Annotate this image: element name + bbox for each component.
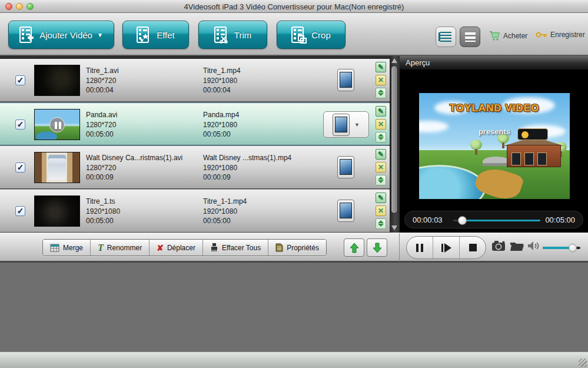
video-row-titre1-avi[interactable]: ✓ Titre_1.avi 1280*720 00:00:04 Titre_1.… — [0, 59, 390, 102]
output-resolution: 1920*1080 — [203, 163, 318, 173]
volume-slider[interactable] — [543, 247, 580, 249]
volume-fill — [543, 247, 572, 249]
video-row-titre1-ts[interactable]: ✓ Titre_1.ts 1920*1080 00:05:00 Titre_1-… — [0, 190, 390, 233]
move-down-button[interactable] — [367, 238, 387, 257]
crop-button[interactable]: Crop — [277, 21, 346, 49]
video-title-text: TOYLAND VIDEO — [419, 102, 570, 114]
row-checkbox[interactable]: ✓ — [15, 206, 25, 216]
output-name: Walt Disney ...stmas(1).mp4 — [203, 153, 318, 163]
film-scissors-icon — [214, 26, 230, 44]
video-thumbnail — [34, 152, 80, 183]
rename-button[interactable]: T Renommer — [90, 240, 149, 256]
row-checkbox[interactable]: ✓ — [15, 120, 25, 130]
delete-row-icon[interactable]: ✕ — [376, 119, 386, 130]
trim-label: Trim — [234, 30, 251, 40]
remove-label: Déplacer — [167, 244, 195, 252]
scrollbar-thumb[interactable] — [391, 65, 398, 214]
output-name: Titre_1-1.mp4 — [203, 197, 318, 207]
output-settings-panel: Piste audio: mp3 2 channels (0x1 ▼ Sous-… — [0, 262, 588, 352]
ipad-profile-dropdown[interactable]: ▼ — [323, 111, 369, 138]
snapshot-button[interactable] — [492, 240, 506, 254]
mute-button[interactable] — [527, 240, 540, 254]
properties-button[interactable]: Propriétés — [268, 240, 326, 256]
properties-label: Propriétés — [287, 244, 319, 252]
edit-row-icon[interactable]: ✎ — [376, 149, 386, 160]
edit-row-icon[interactable]: ✎ — [376, 193, 386, 203]
ipad-profile-icon[interactable] — [337, 69, 354, 91]
edit-row-icon[interactable]: ✎ — [376, 62, 386, 72]
reorder-row-icon[interactable] — [376, 175, 386, 185]
ipad-profile-icon[interactable] — [337, 156, 354, 178]
move-up-button[interactable] — [344, 238, 364, 257]
preview-header: Aperçu — [400, 56, 588, 70]
reorder-row-icon[interactable] — [376, 218, 386, 229]
trim-button[interactable]: Trim — [198, 21, 267, 49]
delete-row-icon[interactable]: ✕ — [376, 205, 386, 216]
output-resolution: 1920*1080 — [203, 76, 318, 86]
source-info: Titre_1.ts 1920*1080 00:05:00 — [86, 197, 201, 226]
edit-row-icon[interactable]: ✎ — [376, 106, 386, 117]
seek-knob[interactable] — [458, 216, 467, 225]
merge-button[interactable]: Merge — [43, 240, 90, 256]
source-info: Titre_1.avi 1280*720 00:00:04 — [86, 66, 201, 95]
merge-label: Merge — [63, 244, 83, 252]
remove-icon: ✘ — [157, 243, 164, 253]
actions-bar: Merge T Renommer ✘ Déplacer Effacer Tous — [0, 233, 588, 262]
list-view-toggle[interactable] — [460, 26, 480, 47]
ipad-profile-icon[interactable] — [337, 200, 354, 222]
actions-divider — [399, 233, 400, 261]
film-crop-icon — [291, 26, 307, 44]
row-checkbox[interactable]: ✓ — [15, 75, 25, 85]
row-checkbox[interactable]: ✓ — [15, 163, 25, 173]
main-toolbar: Ajouter Vidéo ▼ Effet Trim — [0, 13, 588, 56]
step-forward-button[interactable] — [433, 237, 459, 258]
source-name: Panda.avi — [86, 110, 201, 120]
register-button[interactable]: Enregistrer — [536, 31, 585, 39]
source-resolution: 1280*720 — [86, 76, 201, 86]
status-bar — [0, 352, 588, 368]
delete-row-icon[interactable]: ✕ — [376, 162, 386, 173]
pause-button[interactable] — [407, 237, 433, 258]
source-duration: 00:05:00 — [86, 130, 201, 140]
effect-label: Effet — [157, 30, 175, 40]
add-video-button[interactable]: Ajouter Vidéo ▼ — [8, 21, 114, 49]
scroll-up-arrow[interactable] — [391, 58, 397, 63]
reorder-row-icon[interactable] — [376, 132, 386, 142]
detail-view-toggle[interactable] — [436, 26, 456, 47]
add-video-dropdown-arrow: ▼ — [97, 32, 103, 38]
scroll-down-arrow[interactable] — [391, 226, 397, 230]
remove-button[interactable]: ✘ Déplacer — [149, 240, 202, 256]
open-output-folder-button[interactable] — [510, 240, 524, 254]
video-preview[interactable]: TOYLAND VIDEO presents — [419, 93, 570, 199]
list-scrollbar[interactable] — [390, 56, 400, 233]
resize-grip[interactable] — [579, 359, 587, 367]
output-resolution: 1920*1080 — [203, 120, 318, 130]
app-window: 4Videosoft iPad 3 Vidéo Convertisseur po… — [0, 0, 588, 368]
source-resolution: 1280*720 — [86, 120, 201, 130]
source-resolution: 1920*1080 — [86, 207, 201, 217]
pause-overlay-icon — [49, 117, 65, 132]
row-actions: ✎ ✕ — [376, 193, 387, 231]
output-info: Titre_1.mp4 1920*1080 00:00:04 — [203, 66, 318, 95]
video-thumbnail — [34, 109, 80, 140]
output-duration: 00:05:00 — [203, 216, 318, 226]
reorder-row-icon[interactable] — [376, 88, 386, 98]
stop-button[interactable] — [459, 237, 486, 258]
video-row-walt-disney-avi[interactable]: ✓ Walt Disney Ca...ristmas(1).avi 1280*7… — [0, 146, 390, 189]
video-thumbnail — [34, 65, 80, 96]
clear-all-button[interactable]: Effacer Tous — [202, 240, 268, 256]
source-duration: 00:00:04 — [86, 85, 201, 95]
volume-knob[interactable] — [569, 244, 577, 252]
delete-row-icon[interactable]: ✕ — [376, 75, 386, 85]
effect-button[interactable]: Effet — [122, 21, 189, 49]
video-row-panda-avi[interactable]: ✓ Panda.avi 1280*720 00:05:00 Panda.mp4 … — [0, 102, 390, 145]
buy-button[interactable]: Acheter — [489, 31, 527, 41]
preview-panel: Aperçu TOYLAND VIDEO presents 00:00:03 — [400, 56, 588, 233]
document-icon — [275, 243, 283, 252]
video-file-list: ✓ Titre_1.avi 1280*720 00:00:04 Titre_1.… — [0, 56, 390, 233]
video-subtitle-text: presents — [446, 127, 543, 136]
output-resolution: 1920*1080 — [203, 207, 318, 217]
seek-slider[interactable] — [453, 220, 540, 221]
film-plus-icon — [19, 26, 35, 44]
source-duration: 00:00:09 — [86, 173, 201, 183]
